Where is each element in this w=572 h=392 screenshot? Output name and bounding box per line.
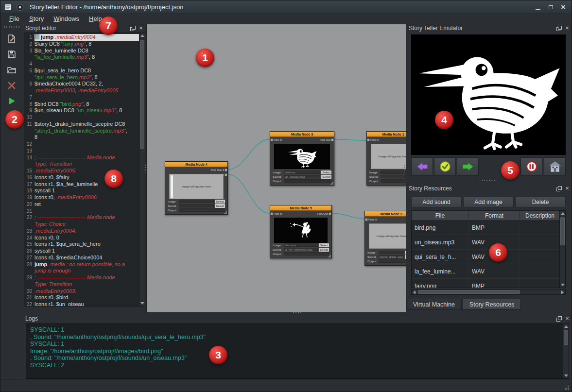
- code-line[interactable]: 21: [24, 208, 139, 215]
- tab-story-resources[interactable]: Story Resources: [463, 299, 521, 310]
- resize-grip-icon[interactable]: [562, 383, 569, 390]
- scroll-left-icon[interactable]: [413, 290, 416, 294]
- column-header[interactable]: Format: [469, 211, 520, 220]
- code-line[interactable]: 25lcons r1, $qui_sera_le_hero: [24, 241, 139, 248]
- script-editor[interactable]: 1jump .mediaEntry00042$fairy DC8 "fairy.…: [24, 33, 145, 307]
- table-row[interactable]: fairy.pngBMP: [412, 279, 565, 288]
- dock-grip[interactable]: [482, 180, 495, 181]
- code-line[interactable]: 32lcons r1, $un_oiseau: [24, 301, 139, 306]
- cut-button[interactable]: [3, 78, 20, 93]
- code-line[interactable]: 24lcons r0, 0: [24, 235, 139, 241]
- scrollbar-thumb[interactable]: [418, 290, 520, 294]
- tab-virtual-machine[interactable]: Virtual Machine: [406, 299, 462, 310]
- column-header[interactable]: Description: [520, 211, 560, 220]
- scroll-down-icon[interactable]: [561, 284, 565, 286]
- float-icon[interactable]: [556, 316, 562, 322]
- pause-button[interactable]: [520, 157, 542, 176]
- code-line[interactable]: 1jump .mediaEntry0004: [24, 34, 139, 41]
- code-line[interactable]: .mediaEntry0003, .mediaEntry0005: [24, 87, 139, 94]
- code-line[interactable]: 18syscall 1: [24, 187, 139, 194]
- back-button[interactable]: [411, 157, 433, 176]
- maximize-button[interactable]: [544, 2, 557, 12]
- code-line[interactable]: 5$qui_sera_le_hero DC8: [24, 68, 139, 74]
- forward-button[interactable]: [457, 157, 479, 176]
- node-port[interactable]: Port Out: [317, 212, 328, 216]
- select-button[interactable]: Select: [321, 170, 331, 174]
- close-icon[interactable]: ×: [564, 25, 570, 31]
- resource-table[interactable]: FileFormatDescription bird.pngBMPun_oise…: [411, 210, 566, 288]
- logs-scrollbar[interactable]: [563, 324, 569, 378]
- code-line[interactable]: 7: [24, 94, 139, 101]
- table-h-scrollbar[interactable]: [411, 289, 566, 295]
- code-line[interactable]: "la_fee_luminelle.mp3", 8: [24, 54, 139, 61]
- select-button[interactable]: Select: [319, 243, 329, 247]
- code-line[interactable]: 8$bird DC8 "bird.png", 8: [24, 101, 139, 108]
- code-line[interactable]: 12: [24, 141, 139, 148]
- node-port[interactable]: Port In: [274, 212, 282, 216]
- scrollbar-thumb[interactable]: [564, 330, 568, 345]
- code-line[interactable]: 27lcons r0, $mediaChoice0004: [24, 255, 139, 261]
- media-node[interactable]: Media Node 5Port InPort OutImagefairy.pn…: [270, 205, 332, 258]
- menu-story[interactable]: Story: [24, 14, 49, 24]
- table-row[interactable]: bird.pngBMP: [412, 221, 565, 235]
- code-line[interactable]: 26syscall 1: [24, 248, 139, 255]
- open-button[interactable]: [3, 63, 20, 77]
- add-sound-button[interactable]: Add sound: [411, 197, 462, 207]
- select-button[interactable]: Select: [319, 248, 329, 252]
- table-row[interactable]: un_oiseau.mp3WAV: [412, 235, 565, 250]
- scroll-up-icon[interactable]: [564, 325, 568, 328]
- code-line[interactable]: 6$mediaChoice0004 DC32, 2,: [24, 81, 139, 87]
- code-line[interactable]: 11$story1_drako_luminelle_sceptre DC8: [24, 121, 139, 128]
- code-line[interactable]: 2$fairy DC8 "fairy.png", 8: [24, 41, 139, 48]
- ok-button[interactable]: [434, 157, 456, 176]
- code-line[interactable]: 13: [24, 148, 139, 154]
- scrollbar-thumb[interactable]: [140, 40, 144, 149]
- node-port[interactable]: Port Out: [320, 138, 330, 142]
- logs-panel[interactable]: SYSCALL: 1, Sound: "/home/anthony/ostpro…: [26, 324, 569, 379]
- column-header[interactable]: File: [412, 211, 469, 220]
- node-port[interactable]: Port In: [370, 138, 379, 142]
- new-script-button[interactable]: [3, 32, 20, 46]
- select-button[interactable]: Select: [321, 175, 331, 179]
- code-line[interactable]: 9$un_oiseau DC8 "un_oiseau.mp3", 8: [24, 107, 139, 114]
- code-line[interactable]: 14; --------------------------- Media no…: [24, 154, 139, 161]
- save-button[interactable]: [3, 47, 20, 62]
- media-node[interactable]: Media Node 2Port InImage will appear her…: [364, 211, 406, 266]
- close-button[interactable]: ×: [557, 2, 570, 12]
- code-line[interactable]: 15.mediaEntry0005:: [24, 168, 139, 174]
- scroll-down-icon[interactable]: [140, 302, 144, 305]
- select-button[interactable]: Select: [215, 200, 225, 204]
- float-icon[interactable]: [130, 25, 136, 31]
- close-icon[interactable]: ×: [138, 25, 144, 31]
- node-canvas[interactable]: Media Node 4Port Out 1Port Out 2Image wi…: [146, 24, 406, 313]
- add-image-button[interactable]: Add image: [463, 197, 514, 207]
- run-button[interactable]: [3, 94, 20, 108]
- menu-windows[interactable]: Windows: [49, 14, 84, 24]
- table-row[interactable]: la_fee_lumine...WAV: [412, 264, 565, 279]
- code-line[interactable]: 8: [24, 134, 139, 141]
- toolbar-grip[interactable]: [4, 26, 19, 28]
- code-line[interactable]: 4: [24, 61, 139, 68]
- scroll-up-icon[interactable]: [561, 212, 565, 215]
- media-node[interactable]: Media Node 1Port InImage will appear her…: [366, 131, 406, 186]
- script-editor-scrollbar[interactable]: [139, 33, 145, 306]
- media-node[interactable]: Media Node 4Port Out 1Port Out 2Image wi…: [165, 161, 228, 215]
- code-line[interactable]: 22; --------------------------- Media no…: [24, 214, 139, 221]
- code-line[interactable]: 29; --------------------------- Media no…: [24, 274, 139, 281]
- scroll-down-icon[interactable]: [564, 375, 568, 377]
- close-icon[interactable]: ×: [564, 186, 570, 191]
- media-node[interactable]: Media Node 3Port InPort OutImagebird.png…: [270, 131, 334, 186]
- node-port[interactable]: Port In: [274, 138, 282, 142]
- close-icon[interactable]: ×: [564, 316, 570, 322]
- float-icon[interactable]: [556, 25, 562, 31]
- code-line[interactable]: 31lcons r0, $bird: [24, 294, 139, 301]
- code-line[interactable]: 3$la_fee_luminelle DC8: [24, 48, 139, 54]
- splitter-handle[interactable]: [404, 165, 405, 172]
- code-line[interactable]: Type: Transition: [24, 161, 139, 168]
- delete-button[interactable]: Delete: [515, 197, 566, 207]
- table-v-scrollbar[interactable]: [559, 211, 565, 288]
- node-port[interactable]: Port In: [368, 218, 377, 222]
- scroll-right-icon[interactable]: [561, 290, 564, 294]
- float-icon[interactable]: [556, 186, 562, 191]
- select-button[interactable]: Select: [215, 204, 225, 208]
